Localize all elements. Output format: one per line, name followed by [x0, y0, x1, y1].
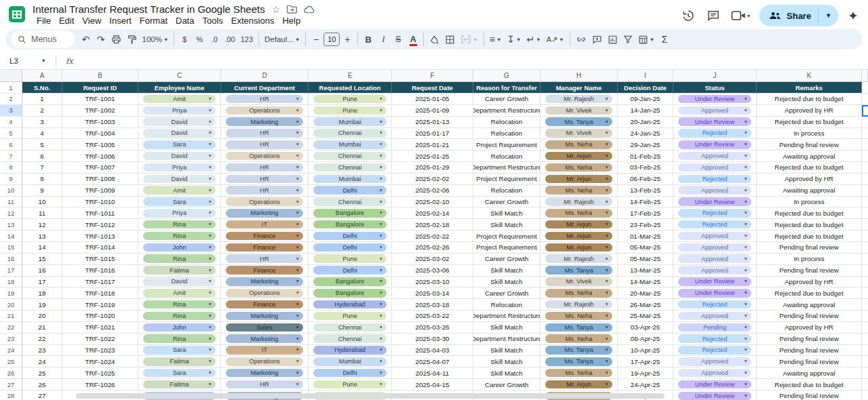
employee-chip[interactable]: Amit▼ [143, 95, 216, 104]
cell-L-partial[interactable] [862, 356, 868, 367]
table-cell[interactable]: 24-Apr-25 [618, 379, 673, 391]
table-cell[interactable]: 20 [22, 311, 62, 322]
column-header-A[interactable]: A [22, 70, 62, 82]
employee-dropdown-cell[interactable]: Rina▼ [138, 219, 221, 231]
table-cell[interactable]: 5 [22, 139, 62, 151]
location-chip[interactable]: Chennai▼ [313, 129, 387, 138]
table-cell[interactable]: TRF-1007 [62, 162, 138, 174]
status-dropdown-cell[interactable]: Rejected▼ [673, 128, 757, 140]
table-cell[interactable]: 15 [22, 254, 62, 265]
menu-item-insert[interactable]: Insert [105, 15, 136, 26]
table-cell[interactable]: TRF-1005 [62, 139, 138, 151]
status-chip[interactable]: Under Review▼ [678, 277, 751, 286]
status-chip[interactable]: Rejected▼ [678, 209, 751, 218]
table-cell[interactable]: Project Requirement [473, 242, 540, 254]
status-dropdown-cell[interactable]: Rejected▼ [673, 334, 757, 345]
status-dropdown-cell[interactable]: Rejected▼ [673, 174, 757, 185]
vertical-align-button[interactable]: ↧▼ [504, 31, 524, 47]
table-cell[interactable]: Rejected due to budget [757, 287, 862, 299]
table-cell[interactable]: Approved by HR [757, 322, 862, 334]
table-cell[interactable]: Skill Match [473, 207, 540, 219]
employee-dropdown-cell[interactable]: Fatima▼ [138, 265, 221, 277]
table-cell[interactable]: 20-Jan-25 [618, 117, 673, 128]
table-header-cell[interactable]: Current Department [221, 82, 309, 94]
employee-chip[interactable]: David▼ [143, 175, 216, 184]
location-dropdown-cell[interactable]: Bangalore▼ [309, 219, 392, 231]
location-dropdown-cell[interactable]: Chennai▼ [309, 322, 392, 334]
row-header-6[interactable]: 6 [0, 139, 22, 151]
cell-L-partial[interactable] [862, 162, 868, 174]
status-chip[interactable]: Approved▼ [678, 312, 751, 321]
employee-dropdown-cell[interactable]: David▼ [138, 128, 221, 140]
table-cell[interactable]: 08-Apr-25 [618, 334, 673, 345]
location-dropdown-cell[interactable]: Bangalore▼ [309, 287, 392, 299]
zoom-select[interactable]: 100%▼ [140, 31, 172, 47]
manager-chip[interactable]: Ms. Tanya▼ [545, 357, 612, 366]
table-cell[interactable]: 2025-01-29 [392, 162, 473, 174]
department-chip[interactable]: Marketing▼ [226, 277, 303, 286]
department-chip[interactable]: Operations▼ [226, 289, 303, 298]
department-chip[interactable]: HR▼ [226, 380, 303, 389]
cell-L-partial[interactable] [862, 94, 868, 105]
cell-L-partial[interactable] [862, 299, 868, 311]
location-chip[interactable]: Delhi▼ [313, 232, 387, 241]
location-chip[interactable]: Delhi▼ [313, 369, 387, 378]
manager-chip[interactable]: Ms. Tanya▼ [545, 266, 612, 275]
table-cell[interactable]: TRF-1025 [62, 367, 138, 379]
department-dropdown-cell[interactable]: Operations▼ [221, 197, 309, 208]
table-cell[interactable]: TRF-1016 [62, 265, 138, 277]
table-cell[interactable]: 13-Feb-25 [618, 185, 673, 197]
department-dropdown-cell[interactable]: IT▼ [221, 345, 309, 357]
comment-history-icon[interactable] [705, 7, 722, 24]
employee-chip[interactable]: David▼ [143, 152, 216, 161]
bold-button[interactable]: B [361, 31, 376, 47]
cell-L-partial[interactable] [862, 391, 868, 400]
location-chip[interactable]: Mumbai▼ [313, 117, 387, 126]
table-cell[interactable]: 19-Apr-25 [618, 367, 673, 379]
table-cell[interactable]: 2025-03-02 [392, 254, 473, 265]
row-header-13[interactable]: 13 [0, 219, 22, 231]
status-chip[interactable]: Rejected▼ [678, 346, 751, 355]
department-dropdown-cell[interactable]: HR▼ [221, 185, 309, 197]
cell-L-partial[interactable] [862, 277, 868, 288]
table-cell[interactable]: In process [757, 197, 862, 208]
table-cell[interactable]: 23 [22, 345, 62, 357]
status-chip[interactable]: Pending▼ [678, 323, 751, 332]
status-chip[interactable]: Approved▼ [678, 357, 751, 366]
status-chip[interactable]: Approved▼ [678, 254, 751, 263]
table-cell[interactable]: Project Requirement [473, 231, 540, 242]
location-chip[interactable]: Pune▼ [313, 254, 387, 263]
column-header-J[interactable]: J [673, 70, 757, 82]
table-cell[interactable]: Relocation [473, 151, 540, 162]
table-cell[interactable]: Career Growth [473, 379, 540, 391]
table-cell[interactable]: Career Growth [473, 287, 540, 299]
row-header-24[interactable]: 24 [0, 345, 22, 357]
table-cell[interactable]: 2025-02-22 [392, 231, 473, 242]
table-header-cell[interactable]: Manager Name [540, 82, 618, 94]
row-header-10[interactable]: 10 [0, 185, 22, 197]
table-cell[interactable]: Relocation [473, 185, 540, 197]
location-dropdown-cell[interactable]: Bangalore▼ [309, 277, 392, 288]
status-dropdown-cell[interactable]: Approved▼ [673, 151, 757, 162]
department-dropdown-cell[interactable]: Finance▼ [221, 242, 309, 254]
department-dropdown-cell[interactable]: Marketing▼ [221, 277, 309, 288]
table-cell[interactable]: 25 [22, 367, 62, 379]
menu-item-help[interactable]: Help [278, 15, 304, 26]
manager-dropdown-cell[interactable]: Mr. Arjun▼ [540, 379, 618, 391]
employee-dropdown-cell[interactable]: Amit▼ [138, 287, 221, 299]
undo-button[interactable]: ↶ [79, 31, 94, 47]
location-dropdown-cell[interactable]: Chennai▼ [309, 197, 392, 208]
table-cell[interactable]: 2025-04-07 [392, 356, 473, 367]
status-chip[interactable]: Rejected▼ [678, 129, 751, 138]
status-dropdown-cell[interactable]: Under Review▼ [673, 117, 757, 128]
table-cell[interactable]: 24-Jan-25 [618, 128, 673, 140]
table-cell[interactable]: 24 [22, 356, 62, 367]
manager-chip[interactable]: Mr. Vivek▼ [545, 129, 612, 138]
location-chip[interactable]: Chennai▼ [313, 163, 387, 172]
employee-dropdown-cell[interactable]: Rina▼ [138, 254, 221, 265]
status-chip[interactable]: Under Review▼ [678, 140, 751, 149]
menu-item-edit[interactable]: Edit [55, 15, 78, 26]
table-cell[interactable]: 22 [22, 334, 62, 345]
location-chip[interactable]: Chennai▼ [313, 334, 387, 343]
table-cell[interactable]: Approved by HR [757, 174, 862, 185]
